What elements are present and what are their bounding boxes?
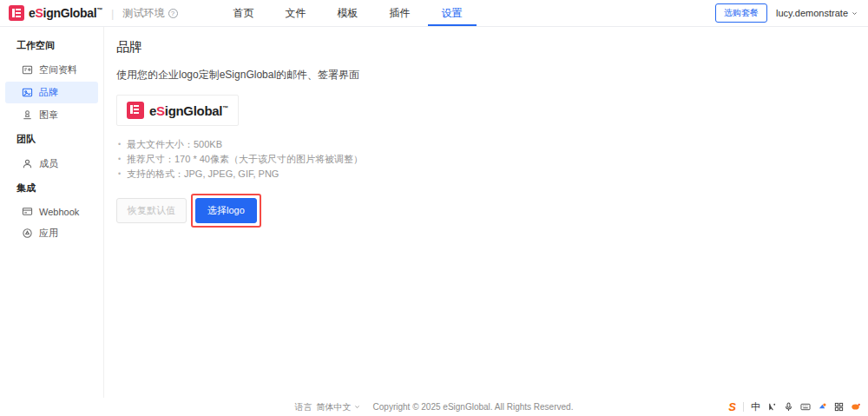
settings-sidebar: 工作空间 空间资料 品牌 图章 团队 成员 集成 Webhook 应用 bbox=[0, 27, 104, 398]
annotation-highlight-box: 选择logo bbox=[191, 194, 261, 228]
chevron-down-icon bbox=[852, 10, 858, 17]
logo-actions: 恢复默认值 选择logo bbox=[116, 194, 851, 228]
image-icon bbox=[22, 87, 33, 98]
profile-card-icon bbox=[22, 64, 33, 76]
brand-logo-icon bbox=[9, 5, 24, 21]
nav-item-settings[interactable]: 设置 bbox=[426, 0, 478, 26]
sidebar-section-team: 团队 bbox=[0, 127, 103, 152]
brand-settings-panel: 品牌 使用您的企业logo定制eSignGlobal的邮件、签署界面 eSign… bbox=[105, 27, 868, 398]
sogou-s-icon[interactable]: S bbox=[728, 401, 736, 413]
brand-logo[interactable]: eSignGlobal™ bbox=[0, 5, 102, 21]
chinese-mode-icon[interactable]: 中 bbox=[751, 402, 760, 412]
skin-palette-icon[interactable] bbox=[818, 402, 827, 412]
nav-item-plugins[interactable]: 插件 bbox=[374, 0, 426, 26]
sidebar-item-webhook[interactable]: Webhook bbox=[5, 201, 98, 221]
divider: | bbox=[111, 7, 114, 20]
brand-logo-icon bbox=[127, 102, 144, 119]
sidebar-item-members[interactable]: 成员 bbox=[5, 153, 98, 175]
restore-default-button[interactable]: 恢复默认值 bbox=[116, 198, 187, 223]
sidebar-item-label: Webhook bbox=[39, 207, 79, 217]
stamp-icon bbox=[22, 109, 33, 121]
environment-badge: | 测试环境 ? bbox=[111, 6, 177, 21]
environment-label: 测试环境 bbox=[123, 6, 165, 21]
language-select[interactable]: 简体中文 bbox=[317, 401, 360, 413]
nav-item-home[interactable]: 首页 bbox=[218, 0, 270, 26]
sidebar-item-brand[interactable]: 品牌 bbox=[5, 82, 98, 103]
sidebar-section-workspace: 工作空间 bbox=[0, 33, 103, 58]
sidebar-item-label: 成员 bbox=[39, 157, 58, 170]
sidebar-item-label: 空间资料 bbox=[39, 63, 77, 76]
esignglobal-app: eSignGlobal™ | 测试环境 ? 首页 文件 模板 插件 设置 选购套… bbox=[0, 0, 868, 416]
copyright-text: Copyright © 2025 eSignGlobal. All Rights… bbox=[373, 402, 574, 412]
help-icon[interactable]: ? bbox=[168, 9, 178, 18]
sidebar-item-label: 图章 bbox=[39, 109, 58, 122]
text-cursor-icon[interactable] bbox=[767, 402, 777, 412]
logo-requirements-list: 最大文件大小：500KB 推荐尺寸：170 * 40像素（大于该尺寸的图片将被调… bbox=[116, 137, 851, 182]
sidebar-section-integration: 集成 bbox=[0, 175, 103, 201]
ime-tray: S 中 bbox=[728, 401, 861, 413]
page-description: 使用您的企业logo定制eSignGlobal的邮件、签署界面 bbox=[116, 68, 851, 83]
keyboard-icon[interactable] bbox=[800, 402, 811, 412]
user-name: lucy.demonstrate bbox=[776, 8, 848, 18]
app-circle-icon bbox=[22, 228, 33, 239]
chevron-down-icon bbox=[354, 404, 360, 410]
current-logo-preview: eSignGlobal™ bbox=[116, 95, 239, 126]
brand-name: eSignGlobal™ bbox=[29, 6, 102, 20]
language-label: 语言 bbox=[295, 401, 312, 413]
main-nav: 首页 文件 模板 插件 设置 bbox=[218, 0, 478, 26]
microphone-icon[interactable] bbox=[784, 402, 793, 412]
member-icon bbox=[22, 158, 33, 169]
grid-apps-icon[interactable] bbox=[834, 402, 844, 412]
sidebar-item-label: 应用 bbox=[39, 227, 58, 240]
requirement-formats: 支持的格式：JPG, JPEG, GIF, PNG bbox=[116, 167, 851, 182]
user-menu[interactable]: lucy.demonstrate bbox=[776, 8, 858, 18]
divider bbox=[743, 402, 744, 412]
requirement-dimensions: 推荐尺寸：170 * 40像素（大于该尺寸的图片将被调整） bbox=[116, 152, 851, 167]
language-value: 简体中文 bbox=[317, 401, 352, 413]
logo-preview-text: eSignGlobal™ bbox=[149, 103, 228, 118]
requirement-max-size: 最大文件大小：500KB bbox=[116, 137, 851, 152]
sidebar-item-seal[interactable]: 图章 bbox=[5, 104, 98, 126]
sidebar-item-apps[interactable]: 应用 bbox=[5, 222, 98, 244]
sidebar-item-label: 品牌 bbox=[39, 86, 58, 99]
sidebar-item-workspace-profile[interactable]: 空间资料 bbox=[5, 59, 98, 81]
webhook-card-icon bbox=[22, 206, 33, 217]
buy-plan-button[interactable]: 选购套餐 bbox=[715, 3, 767, 23]
topbar-right: 选购套餐 lucy.demonstrate bbox=[715, 3, 868, 23]
topbar: eSignGlobal™ | 测试环境 ? 首页 文件 模板 插件 设置 选购套… bbox=[0, 0, 868, 27]
nav-item-templates[interactable]: 模板 bbox=[322, 0, 374, 26]
emoji-icon[interactable] bbox=[851, 402, 861, 412]
page-title: 品牌 bbox=[116, 39, 851, 56]
choose-logo-button[interactable]: 选择logo bbox=[195, 198, 257, 223]
nav-item-documents[interactable]: 文件 bbox=[270, 0, 322, 26]
